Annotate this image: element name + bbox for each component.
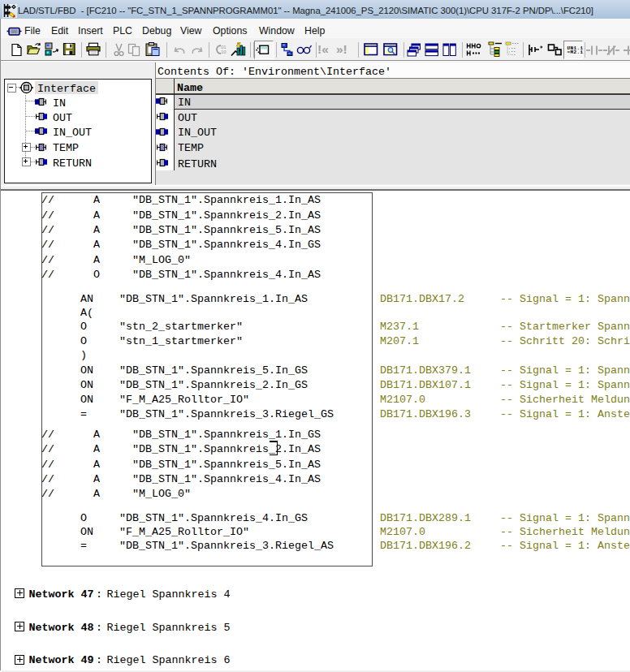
svg-text:10: 10 <box>221 50 227 54</box>
